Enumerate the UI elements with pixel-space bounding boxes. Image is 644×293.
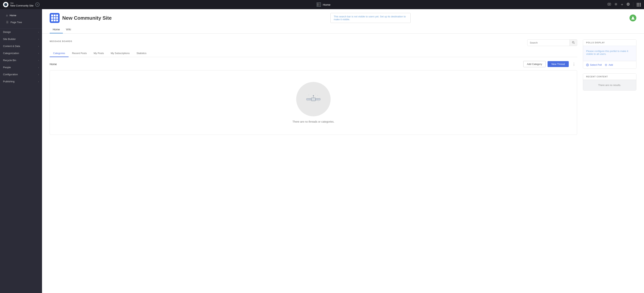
- sidebar-item-publishing[interactable]: Publishing ›: [0, 78, 42, 85]
- edit-site-icon[interactable]: ✎: [35, 2, 40, 7]
- chevron-right-icon: ›: [38, 66, 39, 68]
- sidebar-item-content-data[interactable]: Content & Data ›: [0, 42, 42, 50]
- tab-my-posts[interactable]: My Posts: [90, 50, 107, 57]
- empty-text: There are no threads or categories.: [292, 120, 334, 123]
- tab-recent-posts[interactable]: Recent Posts: [68, 50, 90, 57]
- message-boards-header: MESSAGE BOARDS: [50, 39, 577, 46]
- tab-my-subscriptions[interactable]: My Subscriptions: [107, 50, 133, 57]
- sidebar-item-people[interactable]: People ›: [0, 64, 42, 71]
- svg-point-4: [615, 4, 616, 5]
- polls-configure-message: Please configure this portlet to make it…: [583, 46, 636, 61]
- apps-grid-icon[interactable]: [637, 3, 641, 6]
- svg-rect-11: [306, 98, 311, 100]
- site-info: Site New Community Site: [10, 2, 34, 7]
- globe-icon[interactable]: [626, 3, 630, 6]
- svg-point-2: [608, 3, 611, 6]
- add-icon[interactable]: +: [621, 2, 623, 7]
- polls-panel-actions: Select Poll Add: [583, 61, 636, 68]
- sidebar-item-design-label: Design: [3, 30, 11, 34]
- site-title: New Community Site: [62, 15, 112, 21]
- sidebar-item-people-label: People: [3, 66, 11, 69]
- thread-header: Home Add Category New Thread ⋮: [50, 61, 577, 67]
- sidebar-item-site-builder[interactable]: Site Builder ›: [0, 36, 42, 42]
- sidebar-item-design[interactable]: Design ›: [0, 28, 42, 36]
- site-brand: New Community Site: [50, 13, 112, 23]
- sidebar-item-configuration[interactable]: Configuration ›: [0, 71, 42, 78]
- sidebar-item-configuration-label: Configuration: [3, 73, 18, 76]
- svg-text:✦: ✦: [308, 101, 308, 102]
- svg-rect-1: [318, 3, 320, 6]
- sidebar-item-page-tree[interactable]: ☰ Page Tree: [3, 19, 39, 26]
- main-layout: ⌂ Home ☰ Page Tree Design › Site Builder…: [0, 9, 644, 293]
- chevron-right-icon: ›: [38, 59, 39, 62]
- sidebar-item-site-builder-label: Site Builder: [3, 38, 16, 40]
- message-boards-title: MESSAGE BOARDS: [50, 40, 72, 42]
- tab-categories[interactable]: Categories: [50, 50, 68, 57]
- svg-point-18: [313, 95, 314, 96]
- recent-content-no-results: There are no results.: [583, 80, 636, 90]
- new-thread-button[interactable]: New Thread: [548, 61, 569, 67]
- chevron-right-icon: ›: [38, 31, 39, 33]
- recent-content-panel: RECENT CONTENT There are no results.: [583, 73, 636, 90]
- sidebar-item-recycle-bin-label: Recycle Bin: [3, 59, 16, 62]
- thread-actions: Add Category New Thread ⋮: [523, 61, 577, 67]
- message-boards-search: [527, 39, 577, 46]
- sidebar-item-home[interactable]: ⌂ Home: [3, 12, 39, 19]
- top-bar-left: Site New Community Site ✎: [3, 2, 40, 7]
- message-boards: MESSAGE BOARDS Categories Recent Posts M…: [50, 39, 577, 287]
- svg-text:✦: ✦: [317, 95, 318, 96]
- top-bar-right: +: [608, 2, 641, 7]
- more-options-button[interactable]: ⋮: [571, 61, 577, 67]
- sidebar-item-publishing-label: Publishing: [3, 80, 14, 83]
- svg-rect-10: [311, 98, 316, 101]
- svg-text:✦: ✦: [320, 97, 320, 98]
- sidebar-item-page-tree-label: Page Tree: [10, 21, 22, 24]
- polls-display-title: POLLS DISPLAY: [583, 40, 636, 46]
- message-boards-tabs: Categories Recent Posts My Posts My Subs…: [50, 50, 577, 57]
- site-nav-home[interactable]: Home: [50, 26, 63, 34]
- polls-display-panel: POLLS DISPLAY Please configure this port…: [583, 39, 636, 69]
- search-button[interactable]: [570, 40, 577, 46]
- eye-icon[interactable]: [608, 3, 611, 6]
- svg-line-9: [574, 43, 575, 44]
- chevron-right-icon: ›: [38, 45, 39, 47]
- thread-location: Home: [50, 63, 57, 66]
- svg-point-7: [632, 16, 634, 18]
- page-content: MESSAGE BOARDS Categories Recent Posts M…: [42, 34, 644, 293]
- page-title: Home: [323, 3, 330, 6]
- add-poll-label: Add: [608, 64, 613, 66]
- content-area: New Community Site This search bar is no…: [42, 9, 644, 293]
- svg-text:✦: ✦: [313, 103, 313, 104]
- empty-illustration: ✦ ✦ ✦ ✦ ✦ ✦ ✦ ✦: [296, 82, 330, 116]
- add-poll-button[interactable]: Add: [605, 64, 613, 66]
- svg-rect-0: [318, 3, 318, 6]
- sidebar-item-content-data-label: Content & Data: [3, 45, 20, 48]
- sidebar-item-categorization-label: Categorization: [3, 52, 19, 55]
- select-poll-button[interactable]: Select Poll: [586, 64, 602, 66]
- sidebar-item-categorization[interactable]: Categorization ›: [0, 50, 42, 57]
- svg-text:✦: ✦: [315, 94, 316, 94]
- settings-icon[interactable]: [614, 3, 618, 6]
- svg-text:✦: ✦: [318, 102, 318, 102]
- site-name-label: New Community Site: [10, 4, 34, 7]
- sidebar: ⌂ Home ☰ Page Tree Design › Site Builder…: [0, 9, 42, 293]
- select-poll-label: Select Poll: [590, 64, 602, 66]
- recent-content-title: RECENT CONTENT: [583, 74, 636, 80]
- tab-statistics[interactable]: Statistics: [133, 50, 150, 57]
- user-avatar: [630, 14, 636, 22]
- svg-text:✦: ✦: [310, 102, 311, 103]
- side-panels: POLLS DISPLAY Please configure this port…: [583, 39, 636, 287]
- top-bar: Site New Community Site ✎ Home +: [0, 0, 644, 9]
- site-header-top: New Community Site This search bar is no…: [50, 13, 636, 23]
- site-label: Site: [10, 2, 34, 4]
- chevron-right-icon: ›: [38, 73, 39, 76]
- chevron-right-icon: ›: [38, 80, 39, 83]
- add-category-button[interactable]: Add Category: [523, 61, 546, 67]
- sidebar-item-recycle-bin[interactable]: Recycle Bin ›: [0, 57, 42, 64]
- search-input[interactable]: [528, 40, 570, 46]
- sidebar-item-home-label: Home: [10, 14, 16, 17]
- site-logo: [50, 13, 60, 23]
- svg-text:✦: ✦: [308, 94, 309, 96]
- top-bar-divider: [633, 2, 633, 7]
- site-nav-wiki[interactable]: Wiki: [63, 26, 74, 34]
